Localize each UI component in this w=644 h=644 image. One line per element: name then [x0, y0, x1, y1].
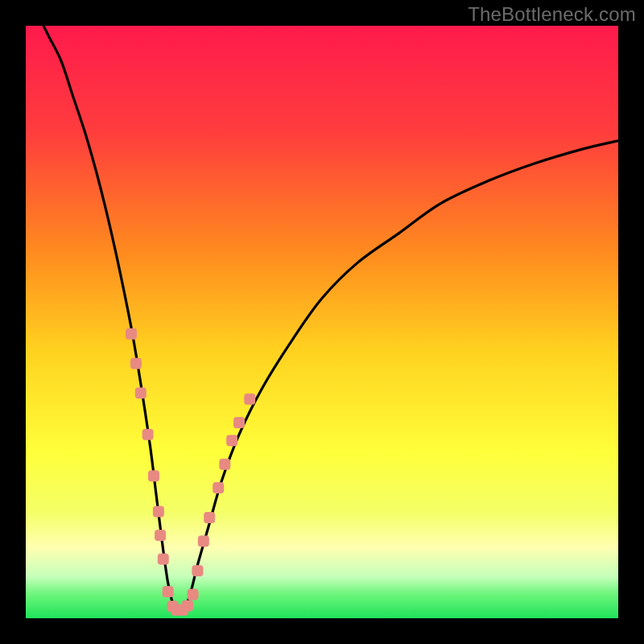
- curve-marker: [130, 358, 142, 369]
- curve-marker: [153, 506, 164, 518]
- curve-marker: [192, 565, 203, 576]
- curve-marker: [142, 429, 154, 440]
- chart-plot: [26, 26, 618, 618]
- curve-marker: [188, 589, 199, 601]
- chart-frame: TheBottleneck.com: [0, 0, 644, 644]
- curve-marker: [148, 470, 159, 481]
- curve-marker: [135, 387, 147, 398]
- curve-marker: [233, 417, 245, 428]
- curve-marker: [155, 530, 166, 541]
- curve-marker: [126, 328, 137, 340]
- curve-marker: [219, 459, 230, 470]
- plot-background: [26, 26, 618, 618]
- curve-marker: [213, 482, 224, 493]
- curve-marker: [198, 535, 209, 547]
- curve-marker: [226, 435, 237, 446]
- curve-marker: [163, 586, 174, 597]
- curve-marker: [158, 553, 169, 564]
- curve-marker: [204, 512, 215, 523]
- curve-marker: [182, 601, 193, 612]
- watermark-text: TheBottleneck.com: [468, 3, 636, 26]
- curve-marker: [244, 394, 255, 405]
